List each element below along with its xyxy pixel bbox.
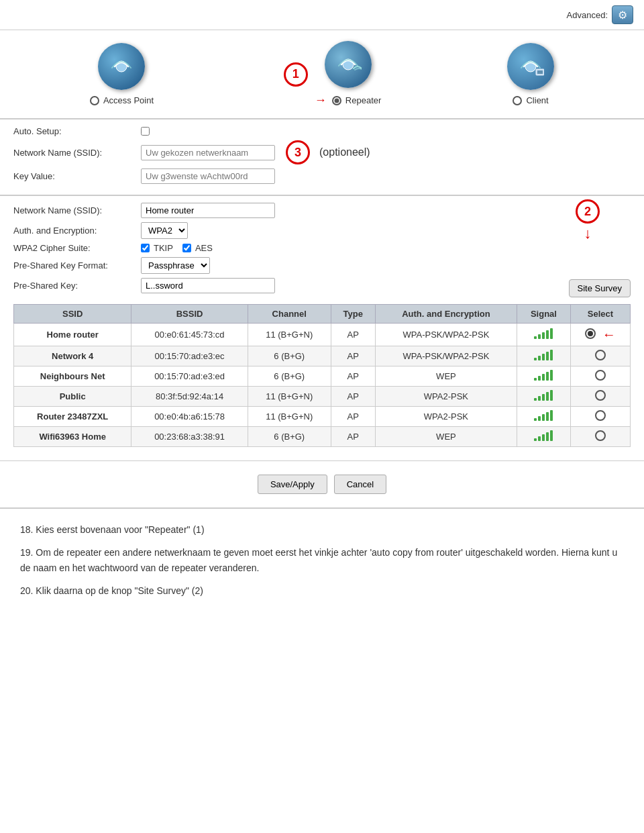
psk-input[interactable] — [141, 278, 275, 293]
signal-bar — [538, 334, 541, 339]
cipher-checkboxes: TKIP AES — [141, 243, 213, 253]
ssid-cell: Router 23487ZXL — [14, 407, 131, 427]
signal-cell — [517, 346, 571, 366]
signal-cell — [517, 324, 571, 346]
ssid-cell: Public — [14, 387, 131, 407]
repeater-label: Repeater — [345, 95, 381, 105]
select-cell[interactable]: ← — [570, 324, 630, 346]
col-signal: Signal — [517, 305, 571, 324]
select-radio[interactable] — [595, 410, 606, 421]
col-type: Type — [331, 305, 375, 324]
repeater-radio[interactable] — [332, 96, 341, 105]
signal-bar — [538, 416, 541, 421]
network-name-top-input[interactable] — [141, 145, 275, 160]
ssid-cell: Network 4 — [14, 346, 131, 366]
access-point-label-row: Access Point — [90, 95, 154, 105]
type-cell: AP — [331, 324, 375, 346]
key-value-input[interactable] — [141, 168, 275, 184]
advanced-label: Advanced: — [567, 10, 608, 20]
ssid-cell: Wifi63963 Home — [14, 427, 131, 447]
signal-bar — [538, 376, 541, 381]
signal-bar — [542, 434, 545, 441]
optional-badge: 3 (optioneel) — [282, 140, 370, 164]
auth-row: Auth. and Encryption: WPA2 — [13, 222, 631, 239]
network-name-bottom-row: Network Name (SSID): — [13, 203, 631, 218]
signal-bar — [542, 374, 545, 381]
col-channel: Channel — [248, 305, 331, 324]
select-radio[interactable] — [595, 370, 606, 381]
tkip-label: TKIP — [154, 243, 173, 253]
signal-cell — [517, 387, 571, 407]
select-radio[interactable] — [585, 328, 596, 339]
site-survey-button[interactable]: Site Survey — [569, 279, 631, 297]
signal-bars — [534, 410, 553, 421]
channel-cell: 11 (B+G+N) — [248, 407, 331, 427]
access-point-radio[interactable] — [90, 96, 99, 105]
signal-bar — [550, 390, 553, 401]
signal-bar — [538, 356, 541, 360]
signal-bar — [542, 354, 545, 360]
col-select: Select — [570, 305, 630, 324]
signal-cell — [517, 366, 571, 387]
mode-section: Access Point 1 → Repea — [0, 30, 644, 119]
signal-bar — [546, 352, 549, 360]
form-top-section: Auto. Setup: Network Name (SSID): 3 (opt… — [0, 119, 644, 195]
gear-button[interactable]: ⚙ — [612, 5, 633, 24]
signal-bar — [550, 370, 553, 381]
select-cell[interactable] — [570, 346, 630, 366]
client-radio[interactable] — [513, 96, 522, 105]
cipher-label: WPA2 Cipher Suite: — [13, 243, 141, 253]
optional-text: (optioneel) — [319, 146, 370, 158]
bssid-cell: 00:23:68:a3:38:91 — [131, 427, 248, 447]
save-apply-button[interactable]: Save/Apply — [258, 475, 327, 494]
bssid-cell: 00:15:70:ad:e3:ec — [131, 346, 248, 366]
button-bar: Save/Apply Cancel — [0, 460, 644, 507]
client-label-row: Client — [513, 95, 548, 105]
auth-cell: WPA2-PSK — [375, 387, 517, 407]
signal-bars — [534, 328, 553, 339]
type-cell: AP — [331, 427, 375, 447]
cancel-button[interactable]: Cancel — [334, 475, 386, 494]
select-cell[interactable] — [570, 366, 630, 387]
step-badge-1: 1 — [284, 62, 308, 87]
network-name-bottom-label: Network Name (SSID): — [13, 205, 141, 215]
select-radio[interactable] — [595, 390, 606, 401]
arrow-down-icon: ↓ — [584, 225, 592, 242]
signal-bar — [550, 430, 553, 441]
network-name-bottom-input[interactable] — [141, 203, 275, 218]
instruction-20: 20. Klik daarna op de knop "Site Survey"… — [20, 583, 624, 598]
select-cell[interactable] — [570, 387, 630, 407]
auth-cell: WPA2-PSK — [375, 407, 517, 427]
ssid-cell: Home router — [14, 324, 131, 346]
psk-row: Pre-Shared Key: — [13, 278, 631, 293]
channel-cell: 6 (B+G) — [248, 427, 331, 447]
select-radio[interactable] — [595, 430, 606, 441]
signal-bar — [534, 418, 537, 421]
tkip-checkbox[interactable] — [141, 244, 150, 252]
signal-bars — [534, 350, 553, 360]
select-radio[interactable] — [595, 350, 606, 360]
access-point-label: Access Point — [103, 95, 154, 105]
channel-cell: 11 (B+G+N) — [248, 387, 331, 407]
mode-access-point[interactable]: Access Point — [90, 43, 154, 105]
channel-cell: 6 (B+G) — [248, 346, 331, 366]
auth-select[interactable]: WPA2 — [141, 222, 188, 239]
aes-checkbox[interactable] — [182, 244, 191, 252]
signal-bar — [550, 350, 553, 360]
select-cell[interactable] — [570, 427, 630, 447]
table-row: Public 80:3f:5d:92:4a:14 11 (B+G+N) AP W… — [14, 387, 631, 407]
access-point-icon — [98, 43, 145, 90]
select-cell[interactable] — [570, 407, 630, 427]
table-row: Network 4 00:15:70:ad:e3:ec 6 (B+G) AP W… — [14, 346, 631, 366]
aes-label: AES — [195, 243, 213, 253]
col-auth: Auth. and Encryption — [375, 305, 517, 324]
signal-bar — [542, 394, 545, 401]
mode-repeater[interactable]: → Repeater — [315, 41, 381, 107]
mode-client[interactable]: Client — [507, 43, 554, 105]
badge2-container: 2 ↓ — [572, 199, 604, 242]
auto-setup-checkbox[interactable] — [141, 127, 150, 136]
col-bssid: BSSID — [131, 305, 248, 324]
psk-format-select[interactable]: Passphrase — [141, 257, 210, 274]
table-row: Wifi63963 Home 00:23:68:a3:38:91 6 (B+G)… — [14, 427, 631, 447]
signal-cell — [517, 407, 571, 427]
